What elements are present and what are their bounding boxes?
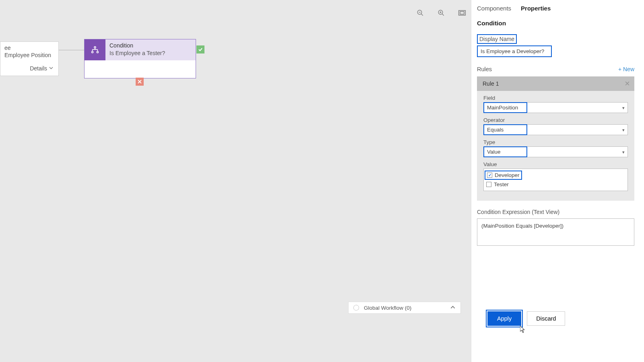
checkbox-icon bbox=[486, 182, 491, 187]
discard-button[interactable]: Discard bbox=[527, 311, 565, 326]
tab-components[interactable]: Components bbox=[477, 5, 511, 12]
value-option-tester[interactable]: Tester bbox=[485, 181, 627, 188]
global-workflow-label: Global Workflow (0) bbox=[364, 305, 411, 311]
expression-label: Condition Expression (Text View) bbox=[477, 209, 634, 215]
details-label: Details bbox=[30, 65, 47, 72]
tab-properties[interactable]: Properties bbox=[521, 5, 551, 12]
operator-label: Operator bbox=[483, 117, 628, 123]
connector-line bbox=[59, 50, 84, 50]
spinner-icon bbox=[353, 305, 359, 311]
value-option-label: Tester bbox=[494, 181, 509, 187]
zoom-out-icon[interactable] bbox=[415, 8, 425, 18]
display-name-label: Display Name bbox=[477, 34, 517, 44]
type-select[interactable]: Value bbox=[483, 146, 628, 157]
svg-point-14 bbox=[92, 51, 93, 53]
true-branch-badge[interactable] bbox=[196, 45, 204, 53]
checkbox-icon bbox=[487, 173, 492, 178]
entity-details-toggle[interactable]: Details bbox=[0, 61, 58, 76]
condition-node[interactable]: Condition Is Employee a Tester? bbox=[84, 39, 196, 78]
section-title-condition: Condition bbox=[477, 20, 634, 27]
global-workflow-bar[interactable]: Global Workflow (0) bbox=[348, 302, 461, 314]
condition-node-text: Condition Is Employee a Tester? bbox=[105, 39, 196, 60]
display-name-input[interactable] bbox=[477, 45, 552, 57]
condition-name: Is Employee a Tester? bbox=[109, 49, 192, 57]
svg-point-9 bbox=[94, 47, 96, 48]
canvas-area[interactable]: ee Employee Position Details Condition I… bbox=[0, 3, 471, 362]
rules-label: Rules bbox=[477, 66, 492, 72]
canvas-toolbar bbox=[415, 8, 467, 18]
entity-node-header: ee Employee Position bbox=[0, 42, 58, 61]
chevron-down-icon bbox=[49, 65, 54, 72]
apply-button[interactable]: Apply bbox=[487, 311, 521, 326]
field-label: Field bbox=[483, 95, 628, 101]
rule-title: Rule 1 bbox=[483, 80, 499, 87]
condition-icon bbox=[85, 39, 105, 60]
value-option-developer[interactable]: Developer bbox=[485, 171, 522, 180]
zoom-in-icon[interactable] bbox=[436, 8, 446, 18]
chevron-up-icon[interactable] bbox=[450, 304, 456, 311]
svg-line-4 bbox=[442, 14, 444, 16]
value-option-label: Developer bbox=[495, 172, 520, 178]
rule-block: Rule 1 Field MainPosition ▾ Operator Equ… bbox=[477, 76, 634, 201]
operator-select[interactable]: Equals bbox=[483, 124, 628, 135]
panel-tabs: Components Properties bbox=[477, 0, 634, 15]
entity-line1: ee bbox=[4, 44, 54, 51]
entity-node[interactable]: ee Employee Position Details bbox=[0, 41, 59, 76]
entity-line2: Employee Position bbox=[4, 51, 54, 59]
expression-textview[interactable]: (MainPosition Equals [Developer]) bbox=[477, 218, 634, 246]
properties-panel: Components Properties Condition Display … bbox=[471, 0, 644, 362]
type-label: Type bbox=[483, 139, 628, 145]
add-rule-link[interactable]: + New bbox=[618, 66, 634, 72]
svg-line-1 bbox=[421, 14, 423, 16]
footer-buttons: Apply Discard bbox=[487, 311, 565, 326]
value-listbox[interactable]: Developer Tester bbox=[483, 169, 628, 191]
false-branch-badge[interactable] bbox=[136, 78, 144, 86]
value-label: Value bbox=[483, 161, 628, 167]
rule-header[interactable]: Rule 1 bbox=[477, 76, 634, 91]
fit-screen-icon[interactable] bbox=[457, 8, 467, 18]
condition-type-label: Condition bbox=[109, 42, 192, 49]
expression-value: (MainPosition Equals [Developer]) bbox=[481, 223, 564, 229]
field-select[interactable]: MainPosition bbox=[483, 102, 628, 113]
condition-node-header: Condition Is Employee a Tester? bbox=[85, 39, 196, 60]
svg-point-15 bbox=[97, 51, 98, 53]
svg-rect-8 bbox=[460, 12, 464, 14]
close-icon[interactable] bbox=[625, 80, 630, 87]
